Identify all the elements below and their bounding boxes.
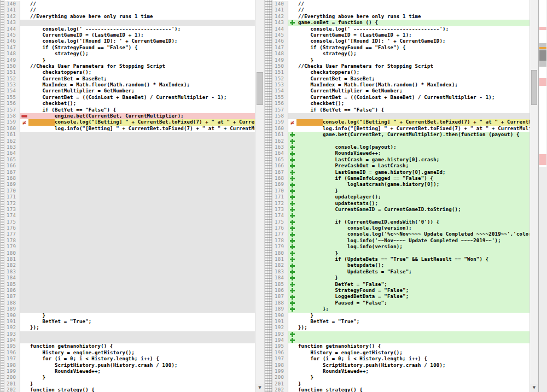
code-line[interactable]: } <box>296 57 529 63</box>
code-line[interactable]: checkstoppers(); <box>296 69 529 75</box>
code-line[interactable]: } <box>296 375 529 381</box>
code-line[interactable] <box>28 201 255 207</box>
code-line[interactable] <box>28 213 255 219</box>
code-line[interactable] <box>28 250 255 256</box>
code-line[interactable]: BetYet = "False"; <box>296 282 529 288</box>
code-line[interactable]: for (i = 0; i < History.length; i++) { <box>296 356 529 362</box>
code-line[interactable] <box>28 269 255 275</box>
code-line[interactable] <box>28 231 255 237</box>
code-line[interactable] <box>28 207 255 213</box>
code-line[interactable]: if (UpdateBets == "True" && LastResult =… <box>296 256 529 262</box>
code-line[interactable] <box>28 138 255 144</box>
code-line[interactable]: if (StrategyFound == "False") { <box>296 45 529 51</box>
code-line[interactable] <box>28 306 255 312</box>
code-line[interactable]: CurrentGameID = CurrentGameID.toString()… <box>296 207 529 213</box>
code-line[interactable]: } <box>296 313 529 319</box>
code-line[interactable] <box>28 157 255 163</box>
code-line[interactable]: // <box>28 1 255 7</box>
code-line[interactable]: game.bet(CurrentBet, CurrentMultiplier).… <box>296 132 529 138</box>
right-pane-vertical-scrollbar[interactable]: ▼ <box>529 0 538 392</box>
code-line[interactable]: History = engine.getHistory(); <box>296 350 529 356</box>
code-line[interactable] <box>28 150 255 156</box>
code-line[interactable]: History = engine.getHistory(); <box>28 350 255 356</box>
code-line[interactable] <box>28 144 255 150</box>
code-line[interactable]: if (BetYet == "False") { <box>296 107 529 113</box>
code-line[interactable]: function strategy() { <box>296 387 529 392</box>
code-line[interactable]: }); <box>296 325 529 331</box>
left-pane-vertical-scrollbar[interactable]: ▼ <box>255 0 264 392</box>
code-line[interactable]: //Everything above here only runs 1 time <box>296 14 529 20</box>
code-line[interactable]: console.log('[Round ID]: ' + CurrentGame… <box>296 38 529 44</box>
code-line[interactable] <box>296 337 529 343</box>
code-line[interactable]: StrategyFound = "False"; <box>296 288 529 294</box>
code-line[interactable]: CurrentMultiplier = GetNumber; <box>28 88 255 94</box>
code-line[interactable]: console.log(version); <box>296 225 529 231</box>
code-line[interactable]: UpdateBets = "False"; <box>296 269 529 275</box>
code-line[interactable] <box>28 331 255 337</box>
code-line[interactable]: // <box>296 7 529 13</box>
code-line[interactable]: function getnanohistory() { <box>28 343 255 349</box>
code-line[interactable] <box>28 294 255 300</box>
code-line[interactable] <box>28 238 255 244</box>
code-line[interactable]: for (i = 0; i < History.length; i++) { <box>28 356 255 362</box>
code-line[interactable]: log.info("[Betting] " + CurrentBet.toFix… <box>28 126 255 132</box>
code-line[interactable]: MaxIndex = Math.floor(Math.random() * Ma… <box>296 82 529 88</box>
code-line[interactable]: }; <box>296 306 529 312</box>
code-line[interactable]: BetYet = "True"; <box>28 319 255 325</box>
code-line[interactable]: betupdate(); <box>296 262 529 268</box>
code-line[interactable]: console.log(' --------------------------… <box>296 26 529 32</box>
code-line[interactable]: } <box>296 275 529 281</box>
scroll-down-button[interactable]: ▼ <box>530 384 538 392</box>
code-line[interactable] <box>28 175 255 182</box>
code-line[interactable]: strategy(); <box>296 51 529 57</box>
code-line[interactable]: //Checks User Parameters for Stopping Sc… <box>296 63 529 69</box>
code-line[interactable]: CurrentBet = BaseBet; <box>296 76 529 82</box>
code-line[interactable]: Paused = "False"; <box>296 300 529 306</box>
code-line[interactable] <box>28 163 255 169</box>
code-line[interactable]: ScriptHistory.push(History.crash / 100); <box>296 362 529 368</box>
code-line[interactable]: }); <box>28 325 255 331</box>
code-line[interactable]: strategy(); <box>28 51 255 57</box>
code-line[interactable]: if (CurrentGameID.endsWith('0')) { <box>296 219 529 225</box>
overview-map[interactable] <box>538 0 547 392</box>
code-line[interactable]: BetYet = "True"; <box>296 319 529 325</box>
code-line[interactable] <box>28 244 255 250</box>
scrollbar-thumb[interactable] <box>531 70 537 105</box>
code-line[interactable] <box>28 132 255 138</box>
scrollbar-thumb[interactable] <box>257 72 263 105</box>
code-line[interactable]: } <box>296 188 529 194</box>
code-line[interactable]: } <box>296 250 529 256</box>
code-line[interactable]: } <box>28 381 255 387</box>
code-line[interactable]: LoggedBetData = "False"; <box>296 294 529 300</box>
code-line[interactable]: CurrentBet = BaseBet; <box>28 76 255 82</box>
code-line[interactable]: CurrentGameID = (LastGameID + 1); <box>296 32 529 38</box>
code-line[interactable] <box>28 219 255 225</box>
code-line[interactable]: if (GameInfoLogged == "False") { <box>296 175 529 182</box>
code-line[interactable]: } <box>28 57 255 63</box>
code-line[interactable]: checkbet(); <box>28 101 255 107</box>
code-line[interactable]: if (BetYet == "False") { <box>28 107 255 113</box>
code-line[interactable] <box>28 282 255 288</box>
code-line[interactable]: updatestats(); <box>296 201 529 207</box>
pane-splitter[interactable] <box>264 0 272 392</box>
code-line[interactable] <box>28 225 255 231</box>
code-line[interactable] <box>28 288 255 294</box>
code-line[interactable]: log.info(version); <box>296 244 529 250</box>
code-line[interactable]: console.log('%c~~Nov~~~~ Update Complete… <box>296 231 529 237</box>
code-line[interactable]: } <box>28 313 255 319</box>
code-line[interactable]: CurrentMultiplier = GetNumber; <box>296 88 529 94</box>
code-line[interactable]: updateplayer(); <box>296 194 529 200</box>
code-line[interactable]: PrevCashOut = LastCrash; <box>296 163 529 169</box>
code-line[interactable]: game.onBet = function () { <box>296 20 529 26</box>
code-line[interactable] <box>28 300 255 306</box>
code-line[interactable]: engine.bet(CurrentBet, CurrentMultiplier… <box>28 113 255 119</box>
code-line[interactable]: log.info("[Betting] " + CurrentBet.toFix… <box>296 126 529 132</box>
code-line[interactable]: } <box>28 375 255 381</box>
code-line[interactable] <box>296 138 529 144</box>
code-line[interactable] <box>28 337 255 343</box>
code-line[interactable]: // <box>296 1 529 7</box>
code-line[interactable]: } <box>296 381 529 387</box>
code-line[interactable]: CurrentBet = ((CoinLost + BaseBet) / Cur… <box>296 95 529 101</box>
code-line[interactable]: function strategy() { <box>28 387 255 392</box>
code-line[interactable]: console.log("[Betting] " + CurrentBet.to… <box>28 119 255 125</box>
